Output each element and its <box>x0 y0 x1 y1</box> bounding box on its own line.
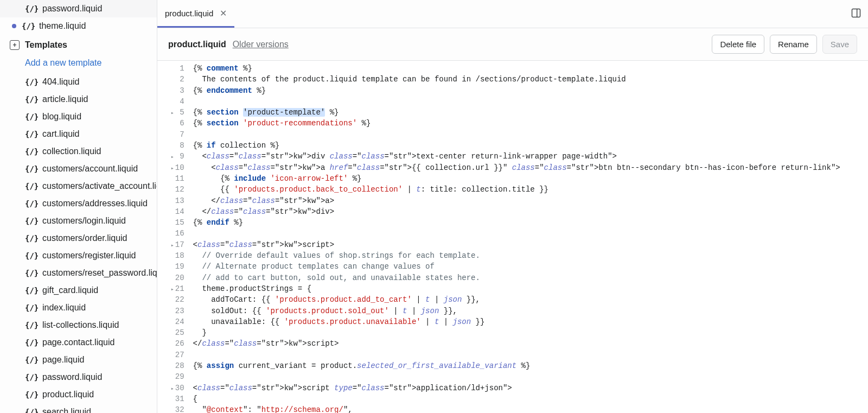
templates-title: Templates <box>25 40 67 50</box>
code-line[interactable]: {% section 'product-recommendations' %} <box>193 118 859 129</box>
code-line[interactable]: {% include 'icon-arrow-left' %} <box>193 173 859 184</box>
line-number: 11 <box>166 173 184 184</box>
template-item[interactable]: {/}page.liquid <box>0 351 157 368</box>
templates-header[interactable]: + Templates <box>0 35 157 55</box>
line-number: 19 <box>166 261 184 272</box>
liquid-file-icon: {/} <box>25 95 37 104</box>
code-line[interactable]: <class="class="str">kw">div class="class… <box>193 151 859 162</box>
template-item[interactable]: {/}blog.liquid <box>0 108 157 125</box>
template-item[interactable]: {/}search.liquid <box>0 403 157 413</box>
code-line[interactable]: {% comment %} <box>193 63 859 74</box>
line-number: 16 <box>166 228 184 239</box>
add-folder-icon: + <box>10 40 20 50</box>
file-name: 404.liquid <box>42 77 80 87</box>
code-line[interactable]: <class="class="str">kw">script> <box>193 239 859 250</box>
code-line[interactable]: The contents of the product.liquid templ… <box>193 74 859 85</box>
line-number: 32 <box>166 404 184 413</box>
template-item[interactable]: {/}customers/activate_account.liquid <box>0 177 157 195</box>
close-icon[interactable]: ✕ <box>220 8 227 18</box>
line-number: 24 <box>166 316 184 327</box>
file-name: cart.liquid <box>42 129 79 139</box>
older-versions-link[interactable]: Older versions <box>233 40 289 49</box>
template-item[interactable]: {/}gift_card.liquid <box>0 282 157 299</box>
liquid-file-icon: {/} <box>25 286 37 295</box>
template-item[interactable]: {/}cart.liquid <box>0 125 157 143</box>
template-item[interactable]: {/}customers/addresses.liquid <box>0 195 157 212</box>
template-item[interactable]: {/}customers/login.liquid <box>0 212 157 230</box>
rename-button[interactable]: Rename <box>770 35 817 54</box>
line-number: 14 <box>166 206 184 217</box>
code-line[interactable]: { <box>193 393 859 404</box>
line-number: 13 <box>166 195 184 206</box>
file-item[interactable]: {/}theme.liquid <box>0 17 157 35</box>
line-number: ▸10 <box>166 162 184 173</box>
template-item[interactable]: {/}404.liquid <box>0 73 157 91</box>
file-name: customers/login.liquid <box>42 216 126 226</box>
code-line[interactable] <box>193 371 859 382</box>
template-item[interactable]: {/}customers/reset_password.liquid <box>0 264 157 282</box>
code-editor[interactable]: 1 2 3 4▸ 5 6 7 8▸ 9▸10 11 12 13 14 15 16… <box>157 61 868 413</box>
code-line[interactable]: {% endif %} <box>193 217 859 228</box>
file-name: list-collections.liquid <box>42 320 119 330</box>
code-line[interactable]: {% section 'product-template' %} <box>193 107 859 118</box>
liquid-file-icon: {/} <box>25 373 37 382</box>
code-line[interactable]: theme.productStrings = { <box>193 283 859 294</box>
liquid-file-icon: {/} <box>25 321 37 329</box>
code-line[interactable]: </class="class="str">kw">a> <box>193 195 859 206</box>
template-item[interactable]: {/}article.liquid <box>0 91 157 108</box>
code-line[interactable]: </class="class="str">kw">div> <box>193 206 859 217</box>
code-content[interactable]: {% comment %} The contents of the produc… <box>190 61 868 413</box>
template-item[interactable]: {/}product.liquid <box>0 386 157 403</box>
code-line[interactable]: {% endcomment %} <box>193 85 859 96</box>
code-line[interactable] <box>193 96 859 107</box>
code-line[interactable]: unavailable: {{ 'products.product.unavai… <box>193 316 859 327</box>
code-line[interactable] <box>193 228 859 239</box>
template-item[interactable]: {/}password.liquid <box>0 368 157 386</box>
template-item[interactable]: {/}collection.liquid <box>0 143 157 160</box>
file-name: customers/order.liquid <box>42 233 127 243</box>
file-name: customers/reset_password.liquid <box>42 268 157 278</box>
add-template-link[interactable]: Add a new template <box>0 55 157 73</box>
template-item[interactable]: {/}index.liquid <box>0 299 157 316</box>
file-name: gift_card.liquid <box>42 285 98 295</box>
delete-file-button[interactable]: Delete file <box>712 35 764 54</box>
liquid-file-icon: {/} <box>25 199 37 208</box>
liquid-file-icon: {/} <box>25 355 37 364</box>
code-line[interactable]: // add to cart button, sold out, and una… <box>193 272 859 283</box>
code-line[interactable]: soldOut: {{ 'products.product.sold_out' … <box>193 306 859 316</box>
liquid-file-icon: {/} <box>25 390 37 399</box>
line-gutter: 1 2 3 4▸ 5 6 7 8▸ 9▸10 11 12 13 14 15 16… <box>157 61 190 413</box>
line-number: 3 <box>166 85 184 96</box>
liquid-file-icon: {/} <box>25 164 37 173</box>
liquid-file-icon: {/} <box>25 147 37 156</box>
template-item[interactable]: {/}customers/account.liquid <box>0 160 157 177</box>
code-line[interactable]: <class="class="str">kw">script type="cla… <box>193 383 859 393</box>
liquid-file-icon: {/} <box>25 338 37 347</box>
breadcrumb-filename: product.liquid <box>168 40 226 49</box>
save-button[interactable]: Save <box>822 35 857 54</box>
code-line[interactable]: </class="class="str">kw">script> <box>193 338 859 349</box>
template-item[interactable]: {/}list-collections.liquid <box>0 316 157 334</box>
code-line[interactable]: // Override default values of shop.strin… <box>193 250 859 261</box>
template-item[interactable]: {/}customers/register.liquid <box>0 247 157 264</box>
code-line[interactable]: // Alternate product templates can chang… <box>193 261 859 272</box>
template-item[interactable]: {/}customers/order.liquid <box>0 230 157 247</box>
liquid-file-icon: {/} <box>25 269 37 277</box>
code-line[interactable]: <class="class="str">kw">a href="class="s… <box>193 162 859 173</box>
code-line[interactable]: } <box>193 327 859 338</box>
expand-icon[interactable] <box>851 8 861 20</box>
code-line[interactable]: "@context": "http://schema.org/", <box>193 404 859 413</box>
template-item[interactable]: {/}page.contact.liquid <box>0 334 157 351</box>
code-line[interactable]: addToCart: {{ 'products.product.add_to_c… <box>193 294 859 305</box>
file-item[interactable]: {/}password.liquid <box>0 0 157 17</box>
editor-toolbar: product.liquid Older versions Delete fil… <box>157 28 868 61</box>
code-line[interactable]: {% if collection %} <box>193 140 859 151</box>
line-number: 29 <box>166 371 184 382</box>
code-line[interactable]: {% assign current_variant = product.sele… <box>193 360 859 371</box>
tab-product-liquid[interactable]: product.liquid ✕ <box>157 0 234 28</box>
editor-main: product.liquid ✕ product.liquid Older ve… <box>157 0 868 413</box>
code-line[interactable] <box>193 350 859 360</box>
code-line[interactable] <box>193 129 859 140</box>
code-line[interactable]: {{ 'products.product.back_to_collection'… <box>193 184 859 195</box>
file-name: theme.liquid <box>39 21 86 31</box>
